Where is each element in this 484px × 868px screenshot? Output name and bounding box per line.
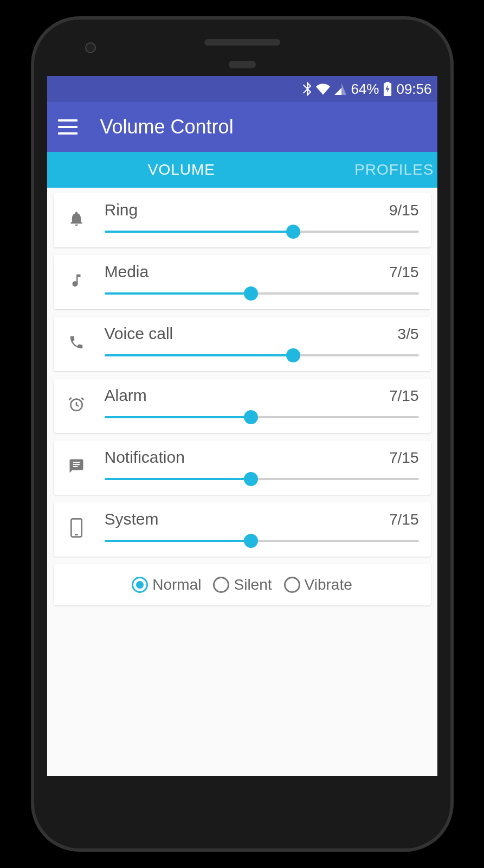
mode-normal[interactable]: Normal bbox=[132, 576, 201, 593]
slider-label: Media bbox=[105, 263, 149, 281]
volume-slider[interactable] bbox=[105, 412, 419, 422]
signal-icon bbox=[334, 83, 346, 95]
status-bar: 64% 09:56 bbox=[47, 76, 437, 102]
volume-card-ring: Ring 9/15 bbox=[54, 193, 431, 247]
message-icon bbox=[63, 458, 89, 474]
bell-icon bbox=[63, 210, 89, 227]
battery-percent: 64% bbox=[351, 81, 379, 98]
alarm-icon bbox=[63, 395, 89, 413]
mode-silent[interactable]: Silent bbox=[213, 576, 272, 593]
volume-slider[interactable] bbox=[105, 536, 419, 546]
radio-icon bbox=[213, 577, 229, 593]
slider-value: 9/15 bbox=[389, 202, 419, 219]
volume-slider[interactable] bbox=[105, 289, 419, 298]
radio-icon bbox=[132, 577, 148, 593]
slider-value: 3/5 bbox=[398, 326, 419, 343]
volume-card-voice-call: Voice call 3/5 bbox=[54, 317, 431, 371]
slider-label: Voice call bbox=[105, 324, 173, 343]
volume-slider[interactable] bbox=[105, 474, 419, 484]
battery-icon bbox=[383, 82, 392, 96]
slider-label: System bbox=[105, 510, 159, 528]
slider-label: Alarm bbox=[105, 386, 147, 405]
tab-volume[interactable]: VOLUME bbox=[98, 161, 266, 178]
content-area: Ring 9/15 Media 7/15 Voice c bbox=[47, 188, 437, 611]
clock: 09:56 bbox=[396, 81, 431, 98]
tab-profiles[interactable]: PROFILES bbox=[266, 161, 437, 178]
app-bar: Volume Control bbox=[47, 102, 437, 152]
volume-slider[interactable] bbox=[105, 227, 419, 237]
slider-value: 7/15 bbox=[389, 264, 419, 281]
tab-bar: VOLUME PROFILES bbox=[47, 152, 437, 188]
slider-value: 7/15 bbox=[389, 511, 419, 528]
menu-icon[interactable] bbox=[58, 119, 78, 135]
sound-mode-card: NormalSilentVibrate bbox=[54, 564, 431, 605]
app-title: Volume Control bbox=[100, 116, 234, 138]
mode-vibrate[interactable]: Vibrate bbox=[284, 576, 352, 593]
radio-icon bbox=[284, 577, 300, 593]
svg-rect-1 bbox=[386, 82, 390, 84]
phone-icon bbox=[63, 334, 89, 350]
note-icon bbox=[63, 272, 89, 289]
mode-label: Normal bbox=[152, 576, 201, 593]
volume-card-media: Media 7/15 bbox=[54, 255, 431, 309]
slider-value: 7/15 bbox=[389, 387, 419, 405]
device-icon bbox=[63, 518, 89, 538]
volume-card-alarm: Alarm 7/15 bbox=[54, 379, 431, 433]
mode-label: Vibrate bbox=[305, 576, 352, 593]
slider-label: Notification bbox=[105, 448, 185, 467]
bluetooth-icon bbox=[302, 81, 312, 97]
mode-label: Silent bbox=[234, 576, 272, 593]
volume-card-system: System 7/15 bbox=[54, 502, 431, 557]
volume-slider[interactable] bbox=[105, 350, 419, 360]
wifi-icon bbox=[316, 83, 330, 95]
slider-label: Ring bbox=[105, 201, 138, 219]
slider-value: 7/15 bbox=[389, 449, 419, 467]
volume-card-notification: Notification 7/15 bbox=[54, 441, 431, 495]
